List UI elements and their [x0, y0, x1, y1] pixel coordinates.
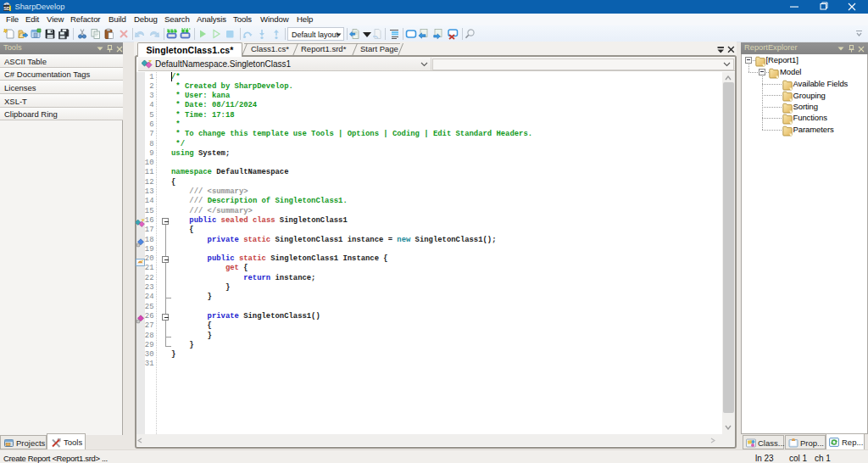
svg-text:SD: SD: [3, 6, 10, 11]
